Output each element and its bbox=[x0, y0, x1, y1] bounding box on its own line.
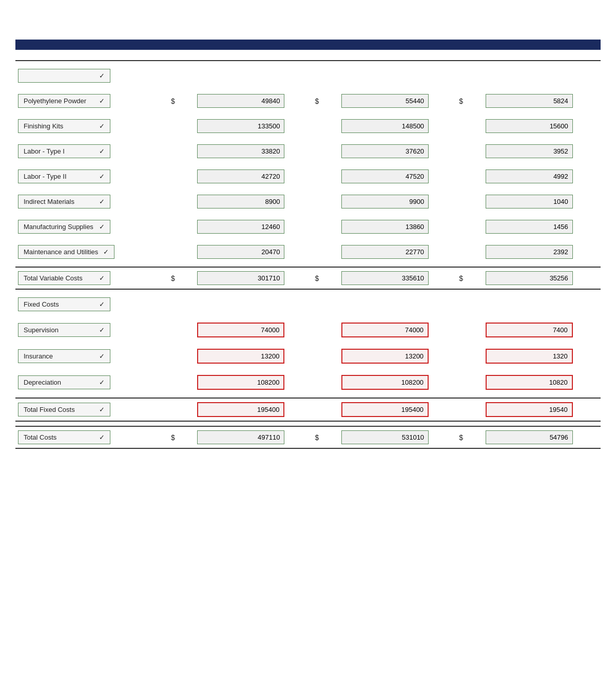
chevron-icon: ✓ bbox=[94, 433, 105, 441]
value-input[interactable] bbox=[197, 195, 284, 209]
value-input[interactable] bbox=[197, 144, 284, 158]
value-cell-red[interactable] bbox=[483, 398, 601, 421]
unit-1040 bbox=[483, 50, 601, 61]
value-cell-green[interactable] bbox=[339, 426, 456, 448]
value-cell[interactable] bbox=[339, 166, 456, 186]
total-fixed-dropdown[interactable]: Total Fixed Costs✓ bbox=[18, 403, 110, 417]
variable-costs-dropdown[interactable]: ✓ bbox=[15, 66, 168, 86]
row-label-dropdown[interactable]: Supervision✓ bbox=[18, 323, 110, 337]
value-cell-red[interactable] bbox=[339, 319, 456, 340]
value-input[interactable] bbox=[486, 144, 573, 158]
value-cell-green[interactable] bbox=[195, 426, 312, 448]
value-cell[interactable] bbox=[339, 91, 456, 111]
value-input[interactable] bbox=[341, 94, 429, 108]
value-input[interactable] bbox=[197, 245, 284, 259]
row-label-dropdown[interactable]: Depreciation✓ bbox=[18, 375, 110, 389]
table-row: Maintenance and Utilities✓ bbox=[15, 242, 601, 262]
value-input[interactable] bbox=[486, 220, 573, 234]
value-input[interactable] bbox=[341, 195, 429, 209]
value-input[interactable] bbox=[341, 169, 429, 183]
value-input[interactable] bbox=[197, 169, 284, 183]
value-input-red[interactable] bbox=[486, 375, 573, 390]
value-input[interactable] bbox=[486, 195, 573, 209]
value-cell-red[interactable] bbox=[339, 372, 456, 393]
row-label-dropdown[interactable]: Indirect Materials✓ bbox=[18, 195, 110, 209]
value-input[interactable] bbox=[341, 220, 429, 234]
value-cell-red[interactable] bbox=[195, 372, 312, 393]
value-cell[interactable] bbox=[195, 267, 312, 289]
value-input[interactable] bbox=[341, 144, 429, 158]
value-cell-red[interactable] bbox=[339, 398, 456, 421]
value-input[interactable] bbox=[341, 245, 429, 259]
value-cell[interactable] bbox=[483, 141, 601, 161]
value-input[interactable] bbox=[197, 94, 284, 108]
value-input-red[interactable] bbox=[197, 375, 284, 390]
row-label-dropdown[interactable]: Insurance✓ bbox=[18, 349, 110, 363]
value-input-red[interactable] bbox=[197, 323, 284, 337]
value-cell[interactable] bbox=[195, 91, 312, 111]
value-cell[interactable] bbox=[195, 217, 312, 237]
row-label: Supervision bbox=[24, 326, 59, 334]
value-cell[interactable] bbox=[195, 116, 312, 136]
value-input[interactable] bbox=[486, 169, 573, 183]
value-input[interactable] bbox=[486, 271, 573, 285]
value-cell[interactable] bbox=[483, 91, 601, 111]
value-cell-red[interactable] bbox=[483, 319, 601, 340]
section-dropdown[interactable]: Fixed Costs✓ bbox=[18, 297, 110, 311]
row-label-dropdown[interactable]: Finishing Kits✓ bbox=[18, 119, 110, 133]
value-cell[interactable] bbox=[339, 192, 456, 212]
value-input[interactable] bbox=[341, 119, 429, 133]
value-cell-red[interactable] bbox=[195, 319, 312, 340]
value-input[interactable] bbox=[197, 119, 284, 133]
value-input-red[interactable] bbox=[197, 349, 284, 364]
value-cell[interactable] bbox=[483, 242, 601, 262]
value-cell[interactable] bbox=[339, 116, 456, 136]
chevron-icon: ✓ bbox=[94, 97, 105, 105]
value-input[interactable] bbox=[486, 430, 573, 444]
value-cell[interactable] bbox=[339, 267, 456, 289]
value-input[interactable] bbox=[341, 430, 429, 444]
total-variable-dropdown[interactable]: Total Variable Costs✓ bbox=[18, 271, 110, 285]
value-cell-red[interactable] bbox=[483, 346, 601, 367]
row-label-dropdown[interactable]: Manufacturing Supplies✓ bbox=[18, 220, 110, 234]
value-input-red[interactable] bbox=[486, 402, 573, 417]
value-cell[interactable] bbox=[339, 217, 456, 237]
value-cell-red[interactable] bbox=[339, 346, 456, 367]
total-costs-dropdown[interactable]: Total Costs✓ bbox=[18, 430, 110, 444]
value-cell[interactable] bbox=[339, 242, 456, 262]
value-cell[interactable] bbox=[339, 141, 456, 161]
empty-dollar-cell bbox=[313, 346, 339, 367]
value-cell[interactable] bbox=[483, 217, 601, 237]
row-label-dropdown[interactable]: Labor - Type I✓ bbox=[18, 144, 110, 158]
value-cell-red[interactable] bbox=[195, 398, 312, 421]
row-label-dropdown[interactable]: Polyethylene Powder✓ bbox=[18, 94, 110, 108]
value-cell[interactable] bbox=[195, 141, 312, 161]
value-input[interactable] bbox=[486, 119, 573, 133]
value-input-red[interactable] bbox=[341, 349, 429, 364]
value-cell[interactable] bbox=[483, 192, 601, 212]
value-input[interactable] bbox=[197, 271, 284, 285]
value-input[interactable] bbox=[486, 94, 573, 108]
value-cell[interactable] bbox=[483, 166, 601, 186]
value-input[interactable] bbox=[197, 220, 284, 234]
value-cell[interactable] bbox=[195, 242, 312, 262]
value-cell[interactable] bbox=[483, 267, 601, 289]
row-label-dropdown[interactable]: Maintenance and Utilities✓ bbox=[18, 245, 114, 259]
value-input-red[interactable] bbox=[486, 349, 573, 364]
value-input-red[interactable] bbox=[341, 402, 429, 417]
value-cell-red[interactable] bbox=[483, 372, 601, 393]
total-fixed-row: Total Fixed Costs✓ bbox=[15, 398, 601, 421]
value-cell[interactable] bbox=[195, 192, 312, 212]
value-input-red[interactable] bbox=[341, 323, 429, 337]
value-input[interactable] bbox=[486, 245, 573, 259]
value-cell-green[interactable] bbox=[483, 426, 601, 448]
value-cell[interactable] bbox=[195, 166, 312, 186]
value-input-red[interactable] bbox=[197, 402, 284, 417]
value-cell-red[interactable] bbox=[195, 346, 312, 367]
value-input-red[interactable] bbox=[486, 323, 573, 337]
value-cell[interactable] bbox=[483, 116, 601, 136]
value-input-red[interactable] bbox=[341, 375, 429, 390]
row-label-dropdown[interactable]: Labor - Type II✓ bbox=[18, 169, 110, 183]
value-input[interactable] bbox=[197, 430, 284, 444]
value-input[interactable] bbox=[341, 271, 429, 285]
